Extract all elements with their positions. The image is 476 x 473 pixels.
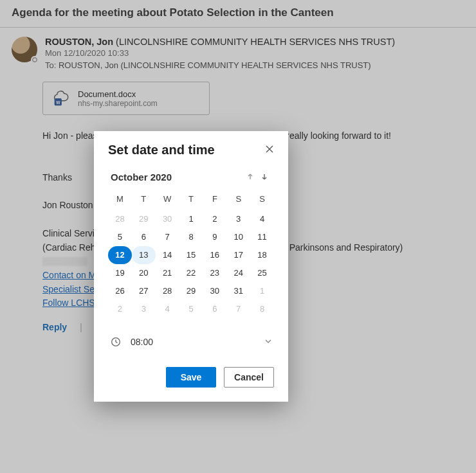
calendar-day[interactable]: 24	[226, 264, 250, 282]
calendar-day[interactable]: 6	[132, 228, 156, 246]
calendar-day[interactable]: 9	[203, 228, 226, 246]
calendar-day[interactable]: 15	[179, 246, 203, 264]
calendar-day[interactable]: 3	[132, 300, 156, 318]
calendar-day[interactable]: 3	[226, 210, 250, 228]
calendar-day[interactable]: 5	[179, 300, 203, 318]
calendar-day[interactable]: 2	[203, 210, 226, 228]
clock-icon	[110, 337, 122, 347]
time-select[interactable]: 08:00	[108, 332, 274, 352]
calendar-day[interactable]: 2	[108, 300, 132, 318]
calendar-day[interactable]: 6	[203, 300, 226, 318]
calendar-day[interactable]: 30	[203, 282, 226, 300]
dialog-title: Set date and time	[108, 143, 215, 157]
calendar-day[interactable]: 13	[132, 246, 156, 264]
calendar-day[interactable]: 14	[156, 246, 179, 264]
calendar-day[interactable]: 17	[226, 246, 250, 264]
next-month-icon[interactable]	[257, 172, 271, 183]
calendar-day[interactable]: 21	[156, 264, 179, 282]
calendar-day[interactable]: 12	[108, 246, 132, 264]
calendar-day[interactable]: 31	[226, 282, 250, 300]
calendar-day[interactable]: 1	[179, 210, 203, 228]
dow-label: F	[203, 192, 226, 210]
calendar-day[interactable]: 7	[226, 300, 250, 318]
calendar-day[interactable]: 10	[226, 228, 250, 246]
dow-label: M	[108, 192, 132, 210]
calendar-day[interactable]: 19	[108, 264, 132, 282]
calendar-day[interactable]: 29	[179, 282, 203, 300]
calendar-day[interactable]: 23	[203, 264, 226, 282]
calendar-day[interactable]: 1	[250, 282, 274, 300]
calendar-day[interactable]: 4	[250, 210, 274, 228]
calendar-day[interactable]: 26	[108, 282, 132, 300]
calendar-day[interactable]: 28	[156, 282, 179, 300]
dow-label: S	[250, 192, 274, 210]
calendar-day[interactable]: 11	[250, 228, 274, 246]
calendar-day[interactable]: 20	[132, 264, 156, 282]
dow-label: W	[156, 192, 179, 210]
calendar-day[interactable]: 8	[179, 228, 203, 246]
calendar-grid: MTWTFSS 28293012345678910111213141516171…	[108, 192, 274, 318]
datetime-dialog: Set date and time October 2020 MTWTFSS 2…	[94, 131, 288, 402]
time-value: 08:00	[131, 337, 255, 347]
chevron-down-icon[interactable]	[264, 337, 272, 347]
cancel-button[interactable]: Cancel	[224, 367, 274, 388]
calendar-day[interactable]: 30	[156, 210, 179, 228]
dow-label: T	[132, 192, 156, 210]
calendar-day[interactable]: 8	[250, 300, 274, 318]
dow-label: S	[226, 192, 250, 210]
prev-month-icon[interactable]	[243, 172, 257, 183]
dow-label: T	[179, 192, 203, 210]
calendar-day[interactable]: 28	[108, 210, 132, 228]
calendar-day[interactable]: 27	[132, 282, 156, 300]
calendar-day[interactable]: 29	[132, 210, 156, 228]
close-icon[interactable]	[265, 145, 274, 156]
calendar-day[interactable]: 22	[179, 264, 203, 282]
calendar-day[interactable]: 25	[250, 264, 274, 282]
calendar-day[interactable]: 7	[156, 228, 179, 246]
calendar-day[interactable]: 5	[108, 228, 132, 246]
calendar-day[interactable]: 18	[250, 246, 274, 264]
month-label[interactable]: October 2020	[111, 172, 243, 183]
save-button[interactable]: Save	[166, 367, 216, 388]
calendar-day[interactable]: 4	[156, 300, 179, 318]
calendar-day[interactable]: 16	[203, 246, 226, 264]
